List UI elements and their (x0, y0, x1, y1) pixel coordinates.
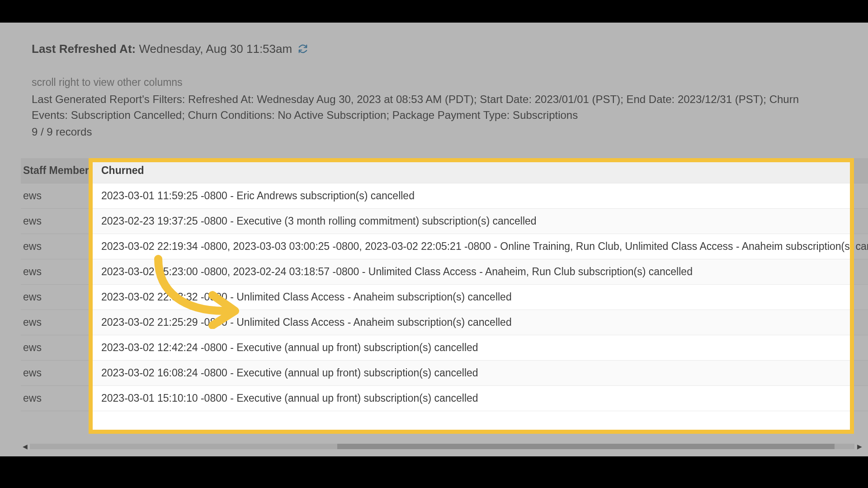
cell-staff: ews (21, 361, 94, 386)
cell-churned: 2023-03-02 12:42:24 -0800 - Executive (a… (89, 335, 854, 361)
cell-staff: ews (21, 259, 94, 285)
refresh-icon[interactable] (298, 44, 308, 54)
cell-churned: 2023-03-01 15:10:10 -0800 - Executive (a… (89, 386, 854, 411)
report-filters-summary: Last Generated Report's Filters: Refresh… (32, 92, 836, 123)
cell-churned: 2023-03-02 16:08:24 -0800 - Executive (a… (89, 361, 854, 386)
scroll-hint: scroll right to view other columns (32, 75, 854, 90)
column-header-churned-highlight: Churned (89, 158, 854, 183)
column-header-staff[interactable]: Staff Member (21, 158, 94, 183)
table-row: 2023-03-02 16:08:24 -0800 - Executive (a… (89, 361, 854, 386)
scroll-right-icon[interactable]: ▶ (855, 442, 863, 451)
table-row: 2023-03-02 22:53:32 -0800 - Unlimited Cl… (89, 285, 854, 310)
table-row: 2023-03-01 11:59:25 -0800 - Eric Andrews… (89, 183, 854, 209)
cell-churned: 2023-03-01 11:59:25 -0800 - Eric Andrews… (89, 183, 854, 209)
cell-staff: ews (21, 234, 94, 259)
cell-churned: 2023-03-02 21:25:29 -0800 - Unlimited Cl… (89, 310, 854, 335)
table-row: 2023-03-02 21:25:29 -0800 - Unlimited Cl… (89, 310, 854, 335)
cell-churned: 2023-02-23 19:37:25 -0800 - Executive (3… (89, 209, 854, 234)
cell-staff: ews (21, 285, 94, 310)
cell-churned: 2023-03-02 22:53:32 -0800 - Unlimited Cl… (89, 285, 854, 310)
table-row: 2023-03-02 12:42:24 -0800 - Executive (a… (89, 335, 854, 361)
scroll-thumb[interactable] (337, 444, 835, 449)
cell-staff: ews (21, 335, 94, 361)
table-row: 2023-03-01 15:10:10 -0800 - Executive (a… (89, 386, 854, 411)
table-row: 2023-03-02 05:23:00 -0800, 2023-02-24 03… (89, 259, 854, 285)
last-refreshed-label: Last Refreshed At: (32, 42, 136, 56)
table-row: 2023-02-23 19:37:25 -0800 - Executive (3… (89, 209, 854, 234)
cell-staff: ews (21, 386, 94, 411)
cell-staff: ews (21, 310, 94, 335)
cell-staff: ews (21, 209, 94, 234)
scroll-left-icon[interactable]: ◀ (21, 442, 29, 451)
cell-staff: ews (21, 183, 94, 209)
cell-churned: 2023-03-02 22:19:34 -0800, 2023-03-03 03… (89, 234, 854, 259)
table-row: 2023-03-02 22:19:34 -0800, 2023-03-03 03… (89, 234, 854, 259)
last-refreshed-line: Last Refreshed At: Wednesday, Aug 30 11:… (32, 41, 854, 58)
app-panel: Last Refreshed At: Wednesday, Aug 30 11:… (0, 23, 868, 456)
horizontal-scrollbar[interactable]: ◀ ▶ (21, 442, 863, 451)
highlight-content: Churned 2023-03-01 11:59:25 -0800 - Eric… (89, 158, 854, 434)
record-count: 9 / 9 records (32, 124, 854, 140)
cell-churned: 2023-03-02 05:23:00 -0800, 2023-02-24 03… (89, 259, 854, 285)
last-refreshed-value: Wednesday, Aug 30 11:53am (139, 42, 292, 56)
